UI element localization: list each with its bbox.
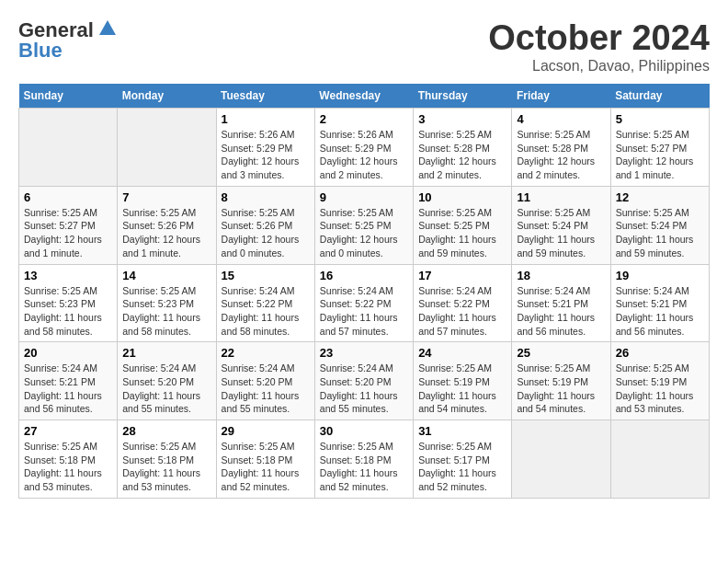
calendar-cell: 8Sunrise: 5:25 AM Sunset: 5:26 PM Daylig… bbox=[216, 186, 314, 264]
day-info: Sunrise: 5:24 AM Sunset: 5:20 PM Dayligh… bbox=[320, 362, 408, 416]
calendar-cell: 27Sunrise: 5:25 AM Sunset: 5:18 PM Dayli… bbox=[19, 420, 118, 499]
calendar-cell: 23Sunrise: 5:24 AM Sunset: 5:20 PM Dayli… bbox=[314, 342, 413, 420]
day-info: Sunrise: 5:24 AM Sunset: 5:21 PM Dayligh… bbox=[616, 284, 704, 339]
day-info: Sunrise: 5:25 AM Sunset: 5:28 PM Dayligh… bbox=[517, 128, 605, 182]
calendar-cell bbox=[512, 420, 610, 499]
column-header-tuesday: Tuesday bbox=[216, 84, 314, 109]
day-number: 20 bbox=[24, 346, 112, 360]
day-info: Sunrise: 5:24 AM Sunset: 5:22 PM Dayligh… bbox=[320, 284, 408, 339]
column-header-saturday: Saturday bbox=[610, 84, 709, 109]
calendar-cell: 16Sunrise: 5:24 AM Sunset: 5:22 PM Dayli… bbox=[314, 264, 413, 342]
day-number: 17 bbox=[418, 269, 506, 282]
calendar-cell: 17Sunrise: 5:24 AM Sunset: 5:22 PM Dayli… bbox=[414, 264, 512, 342]
day-info: Sunrise: 5:25 AM Sunset: 5:25 PM Dayligh… bbox=[418, 206, 506, 260]
calendar-cell bbox=[610, 420, 709, 499]
day-info: Sunrise: 5:25 AM Sunset: 5:24 PM Dayligh… bbox=[616, 206, 704, 260]
column-header-wednesday: Wednesday bbox=[314, 84, 413, 109]
day-info: Sunrise: 5:25 AM Sunset: 5:24 PM Dayligh… bbox=[517, 206, 605, 260]
logo-blue: Blue bbox=[18, 39, 63, 63]
day-info: Sunrise: 5:25 AM Sunset: 5:27 PM Dayligh… bbox=[616, 128, 704, 182]
day-number: 18 bbox=[517, 269, 605, 282]
day-info: Sunrise: 5:26 AM Sunset: 5:29 PM Dayligh… bbox=[320, 128, 408, 182]
calendar-week-1: 1Sunrise: 5:26 AM Sunset: 5:29 PM Daylig… bbox=[19, 109, 710, 187]
day-info: Sunrise: 5:25 AM Sunset: 5:23 PM Dayligh… bbox=[122, 284, 210, 339]
calendar-cell bbox=[118, 109, 216, 187]
calendar-cell: 28Sunrise: 5:25 AM Sunset: 5:18 PM Dayli… bbox=[118, 420, 216, 499]
calendar-cell: 7Sunrise: 5:25 AM Sunset: 5:26 PM Daylig… bbox=[118, 186, 216, 264]
day-info: Sunrise: 5:24 AM Sunset: 5:21 PM Dayligh… bbox=[517, 284, 605, 339]
calendar-cell: 31Sunrise: 5:25 AM Sunset: 5:17 PM Dayli… bbox=[414, 420, 512, 499]
day-info: Sunrise: 5:24 AM Sunset: 5:22 PM Dayligh… bbox=[222, 284, 310, 339]
logo-bird-icon bbox=[97, 18, 118, 42]
day-number: 26 bbox=[616, 346, 704, 360]
day-number: 15 bbox=[222, 269, 310, 282]
calendar-cell: 26Sunrise: 5:25 AM Sunset: 5:19 PM Dayli… bbox=[610, 342, 709, 420]
day-number: 8 bbox=[222, 190, 310, 204]
calendar-cell: 25Sunrise: 5:25 AM Sunset: 5:19 PM Dayli… bbox=[512, 342, 610, 420]
day-number: 22 bbox=[222, 346, 310, 360]
day-number: 10 bbox=[418, 190, 506, 204]
day-info: Sunrise: 5:25 AM Sunset: 5:27 PM Dayligh… bbox=[24, 206, 112, 260]
calendar-cell: 5Sunrise: 5:25 AM Sunset: 5:27 PM Daylig… bbox=[610, 109, 709, 187]
day-info: Sunrise: 5:25 AM Sunset: 5:28 PM Dayligh… bbox=[418, 128, 506, 182]
day-info: Sunrise: 5:24 AM Sunset: 5:21 PM Dayligh… bbox=[24, 362, 112, 416]
day-number: 14 bbox=[122, 269, 210, 282]
day-number: 29 bbox=[222, 424, 310, 438]
day-number: 12 bbox=[616, 190, 704, 204]
calendar-cell: 19Sunrise: 5:24 AM Sunset: 5:21 PM Dayli… bbox=[610, 264, 709, 342]
calendar-cell: 13Sunrise: 5:25 AM Sunset: 5:23 PM Dayli… bbox=[19, 264, 118, 342]
day-info: Sunrise: 5:25 AM Sunset: 5:18 PM Dayligh… bbox=[122, 440, 210, 494]
day-info: Sunrise: 5:25 AM Sunset: 5:18 PM Dayligh… bbox=[24, 440, 112, 494]
column-header-thursday: Thursday bbox=[414, 84, 512, 109]
day-info: Sunrise: 5:25 AM Sunset: 5:23 PM Dayligh… bbox=[24, 284, 112, 339]
calendar-header-row: SundayMondayTuesdayWednesdayThursdayFrid… bbox=[19, 84, 710, 109]
day-number: 2 bbox=[320, 112, 408, 126]
day-number: 25 bbox=[517, 346, 605, 360]
day-number: 11 bbox=[517, 190, 605, 204]
day-number: 27 bbox=[24, 424, 112, 438]
calendar-cell: 2Sunrise: 5:26 AM Sunset: 5:29 PM Daylig… bbox=[314, 109, 413, 187]
calendar-cell: 18Sunrise: 5:24 AM Sunset: 5:21 PM Dayli… bbox=[512, 264, 610, 342]
calendar-table: SundayMondayTuesdayWednesdayThursdayFrid… bbox=[18, 84, 710, 499]
calendar-cell: 24Sunrise: 5:25 AM Sunset: 5:19 PM Dayli… bbox=[414, 342, 512, 420]
column-header-sunday: Sunday bbox=[19, 84, 118, 109]
calendar-week-2: 6Sunrise: 5:25 AM Sunset: 5:27 PM Daylig… bbox=[19, 186, 710, 264]
calendar-cell: 22Sunrise: 5:24 AM Sunset: 5:20 PM Dayli… bbox=[216, 342, 314, 420]
day-info: Sunrise: 5:24 AM Sunset: 5:20 PM Dayligh… bbox=[122, 362, 210, 416]
day-info: Sunrise: 5:25 AM Sunset: 5:26 PM Dayligh… bbox=[122, 206, 210, 260]
title-section: October 2024 Lacson, Davao, Philippines bbox=[488, 18, 710, 75]
calendar-cell: 9Sunrise: 5:25 AM Sunset: 5:25 PM Daylig… bbox=[314, 186, 413, 264]
day-info: Sunrise: 5:26 AM Sunset: 5:29 PM Dayligh… bbox=[222, 128, 310, 182]
calendar-cell: 14Sunrise: 5:25 AM Sunset: 5:23 PM Dayli… bbox=[118, 264, 216, 342]
calendar-cell: 4Sunrise: 5:25 AM Sunset: 5:28 PM Daylig… bbox=[512, 109, 610, 187]
calendar-week-3: 13Sunrise: 5:25 AM Sunset: 5:23 PM Dayli… bbox=[19, 264, 710, 342]
day-info: Sunrise: 5:24 AM Sunset: 5:20 PM Dayligh… bbox=[222, 362, 310, 416]
calendar-cell: 3Sunrise: 5:25 AM Sunset: 5:28 PM Daylig… bbox=[414, 109, 512, 187]
calendar-cell: 6Sunrise: 5:25 AM Sunset: 5:27 PM Daylig… bbox=[19, 186, 118, 264]
day-number: 31 bbox=[418, 424, 506, 438]
calendar-cell: 30Sunrise: 5:25 AM Sunset: 5:18 PM Dayli… bbox=[314, 420, 413, 499]
day-number: 23 bbox=[320, 346, 408, 360]
calendar-cell: 10Sunrise: 5:25 AM Sunset: 5:25 PM Dayli… bbox=[414, 186, 512, 264]
calendar-cell: 11Sunrise: 5:25 AM Sunset: 5:24 PM Dayli… bbox=[512, 186, 610, 264]
day-info: Sunrise: 5:25 AM Sunset: 5:25 PM Dayligh… bbox=[320, 206, 408, 260]
calendar-week-4: 20Sunrise: 5:24 AM Sunset: 5:21 PM Dayli… bbox=[19, 342, 710, 420]
calendar-cell: 21Sunrise: 5:24 AM Sunset: 5:20 PM Dayli… bbox=[118, 342, 216, 420]
column-header-friday: Friday bbox=[512, 84, 610, 109]
calendar-cell: 20Sunrise: 5:24 AM Sunset: 5:21 PM Dayli… bbox=[19, 342, 118, 420]
day-info: Sunrise: 5:25 AM Sunset: 5:26 PM Dayligh… bbox=[222, 206, 310, 260]
calendar-cell bbox=[19, 109, 118, 187]
day-info: Sunrise: 5:25 AM Sunset: 5:19 PM Dayligh… bbox=[616, 362, 704, 416]
day-number: 21 bbox=[122, 346, 210, 360]
calendar-cell: 12Sunrise: 5:25 AM Sunset: 5:24 PM Dayli… bbox=[610, 186, 709, 264]
calendar-week-5: 27Sunrise: 5:25 AM Sunset: 5:18 PM Dayli… bbox=[19, 420, 710, 499]
day-number: 16 bbox=[320, 269, 408, 282]
day-number: 13 bbox=[24, 269, 112, 282]
column-header-monday: Monday bbox=[118, 84, 216, 109]
day-number: 4 bbox=[517, 112, 605, 126]
month-title: October 2024 bbox=[488, 18, 710, 58]
day-info: Sunrise: 5:25 AM Sunset: 5:18 PM Dayligh… bbox=[222, 440, 310, 494]
day-number: 7 bbox=[122, 190, 210, 204]
day-info: Sunrise: 5:25 AM Sunset: 5:19 PM Dayligh… bbox=[418, 362, 506, 416]
logo: General Blue bbox=[18, 18, 118, 63]
